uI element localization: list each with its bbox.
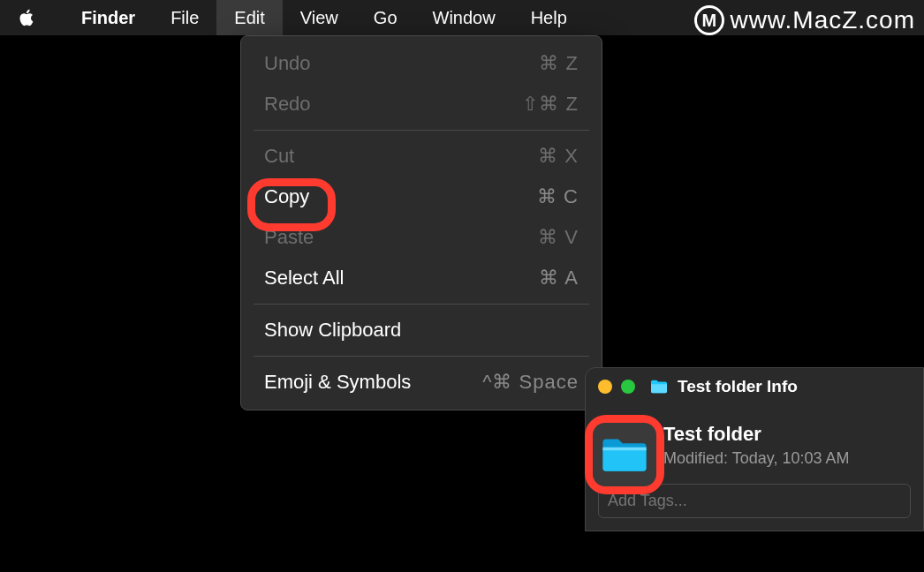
menu-copy[interactable]: Copy ⌘ C xyxy=(241,177,602,217)
info-folder-icon[interactable] xyxy=(593,423,656,486)
info-modified-value: Today, 10:03 AM xyxy=(732,449,850,467)
info-details: Test folder Modified: Today, 10:03 AM xyxy=(663,423,849,468)
titlebar-folder-icon xyxy=(649,379,669,395)
menu-emoji-symbols[interactable]: Emoji & Symbols ^⌘ Space xyxy=(241,362,602,403)
menu-redo-label: Redo xyxy=(264,93,311,116)
menubar-file[interactable]: File xyxy=(153,0,216,35)
menu-redo-shortcut: ⇧⌘ Z xyxy=(522,93,579,116)
menu-undo-label: Undo xyxy=(264,52,311,75)
menubar-window[interactable]: Window xyxy=(415,0,513,35)
menu-emoji-symbols-label: Emoji & Symbols xyxy=(264,371,411,394)
menu-select-all-label: Select All xyxy=(264,267,345,290)
menubar-app-name[interactable]: Finder xyxy=(64,0,153,35)
menubar-go[interactable]: Go xyxy=(356,0,415,35)
watermark: M www.MacZ.com xyxy=(694,5,915,35)
info-modified: Modified: Today, 10:03 AM xyxy=(663,449,849,468)
menu-show-clipboard[interactable]: Show Clipboard xyxy=(241,310,602,350)
menubar-help[interactable]: Help xyxy=(513,0,585,35)
info-modified-label: Modified: xyxy=(663,449,728,467)
info-header: Test folder Modified: Today, 10:03 AM xyxy=(663,405,911,468)
menu-copy-shortcut: ⌘ C xyxy=(537,185,579,208)
menu-undo-shortcut: ⌘ Z xyxy=(539,52,579,75)
menu-divider xyxy=(254,356,589,357)
menu-cut-label: Cut xyxy=(264,145,294,168)
info-titlebar[interactable]: Test folder Info xyxy=(586,368,923,405)
watermark-text: www.MacZ.com xyxy=(730,6,915,34)
window-close-button[interactable] xyxy=(598,380,612,394)
menubar-view[interactable]: View xyxy=(283,0,356,35)
edit-menu-dropdown: Undo ⌘ Z Redo ⇧⌘ Z Cut ⌘ X Copy ⌘ C Past… xyxy=(240,35,602,410)
menu-redo[interactable]: Redo ⇧⌘ Z xyxy=(241,84,602,124)
menu-undo[interactable]: Undo ⌘ Z xyxy=(241,43,602,84)
menu-select-all[interactable]: Select All ⌘ A xyxy=(241,258,602,298)
menu-paste-shortcut: ⌘ V xyxy=(538,226,579,249)
menu-copy-label: Copy xyxy=(264,185,309,208)
menu-cut[interactable]: Cut ⌘ X xyxy=(241,136,602,177)
watermark-logo-icon: M xyxy=(694,5,724,35)
info-window-title: Test folder Info xyxy=(678,377,798,396)
info-folder-name: Test folder xyxy=(663,423,849,446)
menu-divider xyxy=(254,130,589,131)
menu-cut-shortcut: ⌘ X xyxy=(538,145,579,168)
menu-select-all-shortcut: ⌘ A xyxy=(539,267,579,290)
menu-divider xyxy=(254,304,589,305)
menu-emoji-symbols-shortcut: ^⌘ Space xyxy=(482,371,579,394)
window-minimize-button[interactable] xyxy=(621,380,635,394)
menu-paste-label: Paste xyxy=(264,226,314,249)
menu-paste[interactable]: Paste ⌘ V xyxy=(241,217,602,258)
menu-show-clipboard-label: Show Clipboard xyxy=(264,319,401,342)
apple-logo-icon[interactable] xyxy=(16,7,37,28)
folder-icon-highlight-annotation xyxy=(585,415,664,494)
menubar-edit[interactable]: Edit xyxy=(216,0,282,35)
